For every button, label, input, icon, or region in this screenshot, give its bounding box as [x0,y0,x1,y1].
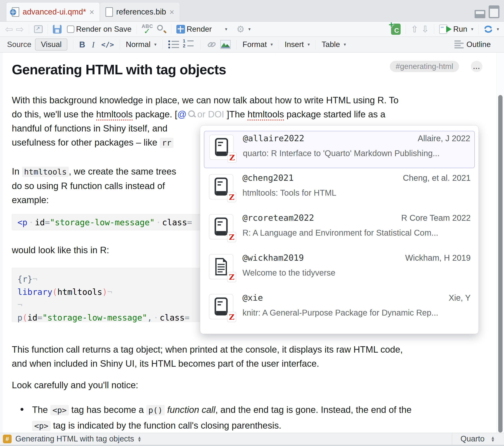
editor-toolbar: ⇦ ⇨ Render on Save ABC ✓ Render ▾ ⚙ ▾ [0,22,504,37]
section-heading: Generating HTML with tag objects [12,62,226,77]
paragraph: This function call returns a tag object;… [12,343,403,371]
citation-title: knitr: A General-Purpose Package for Dyn… [242,308,471,317]
section-breadcrumb[interactable]: Generating HTML with tag objects [15,434,134,443]
zotero-badge: Z [227,312,236,322]
citation-entry[interactable]: Z @xie Xie, Y knitr: A General-Purpose P… [204,291,475,328]
tab-references-bib[interactable]: references.bib × [100,2,180,21]
citation-entry[interactable]: Z @rcoreteam2022 R Core Team 2022 R: A L… [204,211,475,248]
italic-icon[interactable]: I [92,40,94,50]
tab-advanced-ui-qmd[interactable]: advanced-ui.qmd* × [6,2,100,21]
text-line: <p> tag is indicated by the function cal… [32,418,412,433]
citation-entry[interactable]: Z @allaire2022 Allaire, J 2022 quarto: R… [204,131,475,168]
citation-author: Wickham, H 2019 [405,253,471,262]
document-mode-select[interactable]: Quarto ▲▼ [452,433,501,445]
open-in-new-window-icon[interactable] [34,25,43,33]
editor-gutter [0,52,2,433]
gear-icon: ⚙ [236,24,245,34]
vertical-scrollbar[interactable] [497,52,504,433]
run-arrow-icon [446,26,451,33]
citation-author: Cheng, et al. 2021 [403,173,471,183]
text-line: and when included in Shiny UI, its HTML … [12,357,403,371]
citation-id: @allaire2022 [243,133,304,143]
tab-label: advanced-ui.qmd* [23,7,86,16]
citation-id: @wickham2019 [242,253,304,263]
citation-entry[interactable]: Z @cheng2021 Cheng, et al. 2021 htmltool… [204,171,475,208]
inline-code: <p> [50,405,69,415]
forward-icon[interactable]: ⇨ [16,24,24,35]
citation-id: @cheng2021 [242,173,294,183]
numbered-list-icon[interactable]: 1 2 [183,39,195,50]
visual-editor-canvas[interactable]: Generating HTML with tag objects #genera… [0,52,504,433]
scrollbar-thumb[interactable] [498,95,503,432]
text-line: example: [12,193,176,207]
close-tab-icon[interactable]: × [89,8,94,16]
render-options-button[interactable]: ⚙ ▾ [236,24,251,34]
text-line: do so using R function calls instead of [12,179,176,193]
italic-text: function call [167,405,215,415]
outline-toggle[interactable]: Outline [454,40,491,49]
render-dropdown-caret[interactable]: ▾ [225,27,227,32]
inline-code: htmltools [22,167,69,177]
image-icon[interactable] [220,40,231,49]
jump-previous-icon[interactable]: ⇧ [411,24,418,34]
paragraph: In htmltools, we create the same trees d… [12,164,176,207]
find-replace-icon[interactable] [157,24,166,34]
format-menu[interactable]: Format ▾ [242,40,273,49]
run-dropdown-caret[interactable]: ▾ [471,27,473,32]
bullet-list-item: The <p> tag has become a p() function ca… [12,402,412,433]
maximize-pane-icon[interactable] [489,5,500,18]
paragraph: Look carefully and you'll notice: [12,378,138,392]
inline-code: rr [160,138,173,148]
bulleted-list-icon[interactable] [168,40,179,49]
outline-icon [454,40,464,49]
minimize-pane-icon[interactable] [475,10,485,18]
section-picker-caret[interactable]: ▲▼ [137,436,142,442]
citation-search-icon [188,110,196,118]
citation-author: Allaire, J 2022 [418,134,470,143]
source-mode-button[interactable]: Source [7,40,31,49]
zotero-badge: Z [227,272,236,282]
file-document-icon [106,7,113,17]
run-button[interactable]: Run ▾ [439,24,473,34]
spellcheck-icon[interactable]: ABC ✓ [142,24,154,34]
zotero-book-icon: Z [209,214,233,239]
rerun-icon [484,24,493,34]
citation-id: @rcoreteam2022 [242,213,314,223]
save-icon[interactable] [53,25,62,34]
paragraph: would look like this in R: [12,243,109,257]
rerun-button[interactable]: ▾ [484,24,499,34]
render-on-save-label: Render on Save [76,25,131,34]
section-hash-icon: # [3,435,12,443]
inline-code: p() [146,405,165,415]
render-button[interactable]: Render ▾ [176,25,227,34]
zotero-book-icon: Z [209,294,233,319]
citation-title: R: A Language and Environment for Statis… [242,228,471,238]
code-format-icon[interactable]: </> [101,40,114,49]
insert-chunk-icon[interactable]: + C [391,24,401,35]
link-icon[interactable] [207,39,216,50]
render-icon [176,25,185,34]
text-line: do this, we'll use the htmltools package… [12,107,398,121]
text-line: The <p> tag has become a p() function ca… [32,402,412,418]
editor-tab-bar: advanced-ui.qmd* × references.bib × [0,0,504,21]
heading-options-button[interactable]: ... [471,61,483,72]
tab-label: references.bib [116,7,166,16]
close-tab-icon[interactable]: × [169,8,174,16]
insert-menu[interactable]: Insert ▾ [285,40,310,49]
heading-anchor-badge: #generating-html [390,61,459,72]
inline-code: <p> [32,421,51,431]
back-icon[interactable]: ⇦ [5,24,13,35]
gear-dropdown-caret[interactable]: ▾ [248,27,251,32]
table-menu[interactable]: Table ▾ [322,40,346,49]
citation-entry[interactable]: Z @wickham2019 Wickham, H 2019 Welcome t… [204,251,475,288]
render-on-save-option[interactable]: Render on Save [67,25,131,34]
zotero-book-icon: Z [209,174,233,199]
paragraph-style-select[interactable]: Normal ▾ [126,40,157,49]
visual-mode-button[interactable]: Visual [35,38,67,51]
rerun-dropdown-caret[interactable]: ▾ [497,27,499,32]
text-line: This function call returns a tag object;… [12,343,403,357]
render-on-save-checkbox[interactable] [67,25,74,33]
text-line: With this background knowledge in place,… [12,93,398,107]
bold-icon[interactable]: B [79,40,85,49]
jump-next-icon[interactable]: ⇩ [421,24,429,34]
